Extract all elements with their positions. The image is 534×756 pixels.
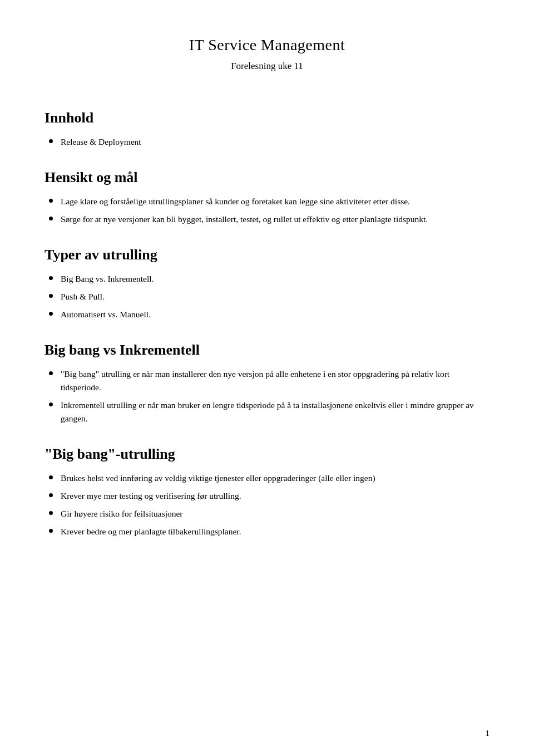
bullet-dot [49, 294, 53, 298]
bullet-dot [49, 371, 53, 375]
innhold-heading: Innhold [44, 107, 490, 129]
bigbang-inkrement-item-2: Inkrementell utrulling er når man bruker… [61, 399, 490, 425]
page-number: 1 [486, 727, 490, 740]
bullet-dot [49, 139, 53, 143]
innhold-section: Innhold Release & Deployment [44, 107, 490, 149]
bigbang-utrulling-item-3: Gir høyere risiko for feilsituasjoner [61, 507, 490, 521]
page-title: IT Service Management [44, 33, 490, 57]
list-item: Big Bang vs. Inkrementell. [44, 272, 490, 286]
bullet-dot [49, 276, 53, 280]
typer-heading: Typer av utrulling [44, 244, 490, 266]
list-item: Gir høyere risiko for feilsituasjoner [44, 507, 490, 521]
bullet-dot [49, 217, 53, 220]
bullet-dot [49, 511, 53, 515]
typer-item-1: Big Bang vs. Inkrementell. [61, 272, 490, 286]
bullet-dot [49, 402, 53, 406]
list-item: "Big bang" utrulling er når man installe… [44, 367, 490, 394]
list-item: Release & Deployment [44, 135, 490, 149]
list-item: Lage klare og forståelige utrullingsplan… [44, 195, 490, 208]
list-item: Automatisert vs. Manuell. [44, 308, 490, 321]
bigbang-inkrement-heading: Big bang vs Inkrementell [44, 339, 490, 361]
bigbang-inkrement-list: "Big bang" utrulling er når man installe… [44, 367, 490, 425]
list-item: Push & Pull. [44, 290, 490, 303]
hensikt-section: Hensikt og mål Lage klare og forståelige… [44, 166, 490, 226]
innhold-item-1: Release & Deployment [61, 135, 490, 149]
bigbang-inkrement-item-1: "Big bang" utrulling er når man installe… [61, 367, 490, 394]
innhold-list: Release & Deployment [44, 135, 490, 149]
typer-list: Big Bang vs. Inkrementell. Push & Pull. … [44, 272, 490, 321]
list-item: Inkrementell utrulling er når man bruker… [44, 399, 490, 425]
page-subtitle: Forelesning uke 11 [44, 59, 490, 73]
list-item: Sørge for at nye versjoner kan bli bygge… [44, 213, 490, 226]
bigbang-utrulling-item-2: Krever mye mer testing og verifisering f… [61, 489, 490, 503]
bullet-dot [49, 199, 53, 203]
hensikt-list: Lage klare og forståelige utrullingsplan… [44, 195, 490, 226]
bigbang-inkrement-section: Big bang vs Inkrementell "Big bang" utru… [44, 339, 490, 425]
bigbang-utrulling-heading: "Big bang"-utrulling [44, 443, 490, 465]
bullet-dot [49, 493, 53, 497]
list-item: Brukes helst ved innføring av veldig vik… [44, 472, 490, 485]
typer-section: Typer av utrulling Big Bang vs. Inkremen… [44, 244, 490, 321]
hensikt-item-1: Lage klare og forståelige utrullingsplan… [61, 195, 490, 208]
hensikt-item-2: Sørge for at nye versjoner kan bli bygge… [61, 213, 490, 226]
bigbang-utrulling-section: "Big bang"-utrulling Brukes helst ved in… [44, 443, 490, 538]
bullet-dot [49, 312, 53, 316]
page-header: IT Service Management Forelesning uke 11 [44, 33, 490, 73]
typer-item-2: Push & Pull. [61, 290, 490, 303]
bullet-dot [49, 475, 53, 479]
page: IT Service Management Forelesning uke 11… [0, 0, 534, 756]
bigbang-utrulling-item-1: Brukes helst ved innføring av veldig vik… [61, 472, 490, 485]
list-item: Krever bedre og mer planlagte tilbakerul… [44, 525, 490, 538]
bullet-dot [49, 529, 53, 533]
list-item: Krever mye mer testing og verifisering f… [44, 489, 490, 503]
bigbang-utrulling-list: Brukes helst ved innføring av veldig vik… [44, 472, 490, 538]
typer-item-3: Automatisert vs. Manuell. [61, 308, 490, 321]
hensikt-heading: Hensikt og mål [44, 166, 490, 188]
bigbang-utrulling-item-4: Krever bedre og mer planlagte tilbakerul… [61, 525, 490, 538]
